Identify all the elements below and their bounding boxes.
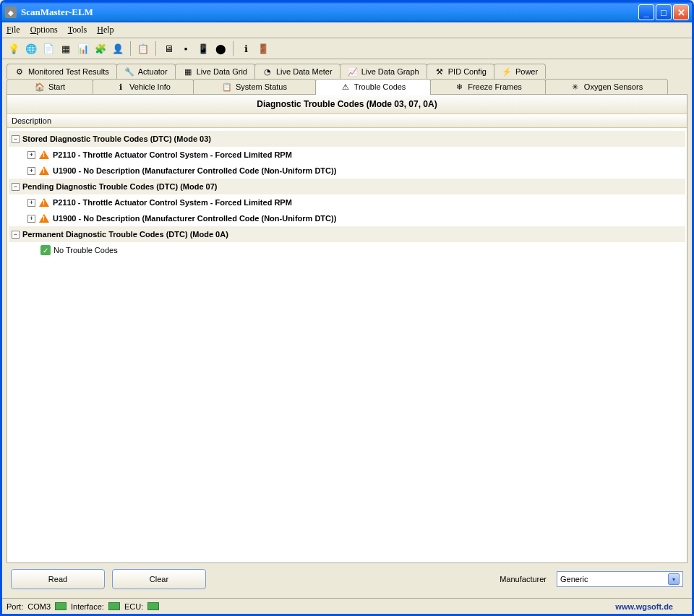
tab-pid-config[interactable]: ⚒PID Config [427, 64, 494, 79]
panel-title: Diagnostic Trouble Codes (Mode 03, 07, 0… [7, 95, 687, 114]
toolbar-icon-7[interactable]: 👤 [111, 41, 125, 56]
ok-icon: ✓ [40, 245, 51, 255]
tab-trouble-codes[interactable]: ⚠Trouble Codes [315, 79, 431, 94]
toolbar-sep-2 [155, 41, 156, 56]
tab-actuator[interactable]: 🔧Actuator [116, 64, 176, 79]
actuator-icon: 🔧 [124, 67, 134, 77]
warning-icon [38, 213, 50, 224]
titlebar[interactable]: ◆ ScanMaster-ELM _ □ ✕ [2, 2, 692, 22]
tab-monitored-test-results[interactable]: ⚙Monitored Test Results [7, 64, 117, 79]
toolbar-icon-5[interactable]: 📊 [76, 41, 90, 56]
content-area: ⚙Monitored Test Results 🔧Actuator ▦Live … [2, 59, 692, 598]
tabs-row-1: ⚙Monitored Test Results 🔧Actuator ▦Live … [7, 64, 687, 79]
tree-group-stored[interactable]: − Stored Diagnostic Trouble Codes (DTC) … [9, 131, 685, 147]
grid-icon: ▦ [183, 67, 193, 77]
info-icon: ℹ [116, 82, 126, 92]
config-icon: ⚒ [434, 67, 445, 77]
toolbar: 💡 🌐 📄 ▦ 📊 🧩 👤 📋 🖥 ▪ 📱 ⬤ ℹ 🚪 [2, 38, 692, 59]
tab-live-data-meter[interactable]: ◔Live Data Meter [254, 64, 340, 79]
dtc-tree[interactable]: − Stored Diagnostic Trouble Codes (DTC) … [7, 128, 687, 562]
port-led-icon [55, 602, 67, 610]
app-icon: ◆ [5, 7, 17, 18]
power-icon: ⚡ [502, 67, 512, 77]
toolbar-icon-11[interactable]: 📱 [196, 41, 210, 56]
menu-tools[interactable]: Tools [68, 25, 87, 35]
tab-freeze-frames[interactable]: ❄Freeze Frames [430, 79, 546, 94]
tree-item[interactable]: + U1900 - No Description (Manufacturer C… [9, 163, 685, 179]
tab-vehicle-info[interactable]: ℹVehicle Info [93, 79, 194, 94]
menubar: File Options Tools Help [2, 22, 692, 38]
manufacturer-value: Generic [560, 575, 588, 583]
status-url[interactable]: www.wgsoft.de [615, 602, 673, 611]
menu-options[interactable]: Options [30, 25, 58, 35]
maximize-button[interactable]: □ [656, 4, 672, 20]
dtc-panel: Diagnostic Trouble Codes (Mode 03, 07, 0… [7, 94, 687, 563]
tabs-row-2: 🏠Start ℹVehicle Info 📋System Status ⚠Tro… [7, 79, 687, 94]
expand-icon[interactable]: + [27, 151, 35, 159]
toolbar-sep-1 [130, 41, 131, 56]
warning-icon [38, 165, 50, 176]
app-window: ◆ ScanMaster-ELM _ □ ✕ File Options Tool… [0, 0, 694, 616]
toolbar-icon-8[interactable]: 📋 [136, 41, 150, 56]
warning-icon [38, 149, 50, 161]
graph-icon: 📈 [348, 67, 358, 77]
toolbar-icon-12[interactable]: ⬤ [213, 41, 228, 56]
minimize-button[interactable]: _ [638, 4, 654, 20]
bottom-bar: Read Clear Manufacturer Generic ▾ [7, 563, 687, 594]
tree-item[interactable]: + U1900 - No Description (Manufacturer C… [9, 210, 685, 226]
chevron-down-icon: ▾ [668, 573, 680, 585]
tab-live-data-graph[interactable]: 📈Live Data Graph [340, 64, 427, 79]
tab-live-data-grid[interactable]: ▦Live Data Grid [175, 64, 255, 79]
tab-start[interactable]: 🏠Start [7, 79, 93, 94]
collapse-icon[interactable]: − [12, 183, 20, 191]
expand-icon[interactable]: + [27, 167, 35, 175]
sensor-icon: ✳ [570, 82, 581, 92]
freeze-icon: ❄ [454, 82, 464, 92]
clear-button[interactable]: Clear [112, 569, 206, 589]
status-port-label: Port: [7, 602, 23, 611]
status-interface-label: Interface: [71, 602, 104, 611]
status-icon: 📋 [222, 82, 232, 92]
tree-item-empty: ✓ No Trouble Codes [9, 242, 685, 258]
status-ecu-label: ECU: [124, 602, 143, 611]
close-button[interactable]: ✕ [673, 4, 689, 20]
manufacturer-label: Manufacturer [500, 575, 547, 583]
toolbar-icon-3[interactable]: 📄 [41, 41, 56, 56]
toolbar-icon-1[interactable]: 💡 [7, 41, 21, 56]
tree-group-pending[interactable]: − Pending Diagnostic Trouble Codes (DTC)… [9, 179, 685, 194]
warning-icon [38, 197, 50, 208]
tab-power[interactable]: ⚡Power [494, 64, 546, 79]
column-header-description[interactable]: Description [7, 114, 687, 128]
manufacturer-select[interactable]: Generic ▾ [557, 571, 683, 587]
tree-group-permanent[interactable]: − Permanent Diagnostic Trouble Codes (DT… [9, 226, 685, 242]
statusbar: Port: COM3 Interface: ECU: www.wgsoft.de [2, 598, 692, 614]
collapse-icon[interactable]: − [12, 135, 20, 143]
toolbar-icon-2[interactable]: 🌐 [24, 41, 38, 56]
tree-item[interactable]: + P2110 - Throttle Actuator Control Syst… [9, 194, 685, 210]
toolbar-icon-13[interactable]: ℹ [239, 41, 253, 56]
toolbar-sep-3 [233, 41, 234, 56]
toolbar-icon-14[interactable]: 🚪 [256, 41, 270, 56]
gear-icon: ⚙ [14, 67, 25, 77]
tab-oxygen-sensors[interactable]: ✳Oxygen Sensors [545, 79, 668, 94]
interface-led-icon [108, 602, 120, 610]
warning-icon: ⚠ [340, 82, 351, 92]
tab-system-status[interactable]: 📋System Status [193, 79, 316, 94]
toolbar-icon-9[interactable]: 🖥 [161, 41, 176, 56]
expand-icon[interactable]: + [27, 215, 35, 223]
meter-icon: ◔ [262, 67, 273, 77]
toolbar-icon-10[interactable]: ▪ [179, 41, 193, 56]
home-icon: 🏠 [35, 82, 45, 92]
tree-item[interactable]: + P2110 - Throttle Actuator Control Syst… [9, 147, 685, 163]
collapse-icon[interactable]: − [12, 231, 20, 239]
toolbar-icon-4[interactable]: ▦ [59, 41, 73, 56]
toolbar-icon-6[interactable]: 🧩 [93, 41, 108, 56]
ecu-led-icon [147, 602, 159, 610]
menu-file[interactable]: File [7, 25, 20, 35]
status-port: COM3 [27, 602, 51, 611]
window-title: ScanMaster-ELM [21, 7, 638, 18]
expand-icon[interactable]: + [27, 199, 35, 207]
read-button[interactable]: Read [11, 569, 105, 589]
menu-help[interactable]: Help [97, 25, 113, 35]
